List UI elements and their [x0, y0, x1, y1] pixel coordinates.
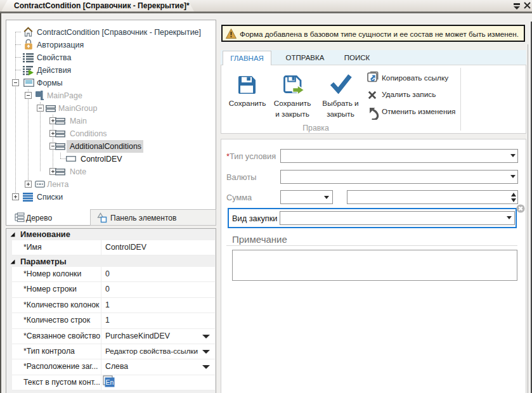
svg-text:En: En [106, 378, 114, 386]
